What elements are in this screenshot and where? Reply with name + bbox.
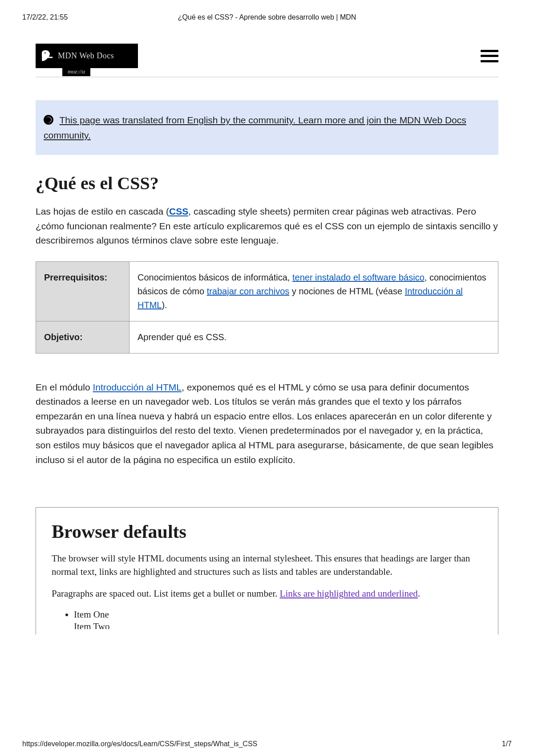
objective-value: Aprender qué es CSS. <box>129 321 498 353</box>
table-row: Prerrequisitos: Conocimientos básicos de… <box>36 261 498 321</box>
list-item: Item One <box>74 609 482 620</box>
example-p2: Paragraphs are spaced out. List items ge… <box>52 587 482 600</box>
prereq-value: Conocimientos básicos de informática, te… <box>129 261 498 321</box>
link-intro-html-2[interactable]: Introducción al HTML <box>93 382 182 392</box>
link-install-software[interactable]: tener instalado el software básico <box>292 272 425 282</box>
menu-icon[interactable] <box>481 50 498 62</box>
logo-text: MDN Web Docs <box>58 51 114 61</box>
browser-defaults-example: Browser defaults The browser will style … <box>36 507 498 634</box>
link-work-with-files[interactable]: trabajar con archivos <box>207 286 290 296</box>
list-item: Item Two <box>74 621 482 629</box>
example-p1: The browser will style HTML documents us… <box>52 552 482 578</box>
print-url: https://developer.mozilla.org/es/docs/Le… <box>22 740 257 748</box>
example-list: Item One Item Two <box>74 609 482 629</box>
print-datetime: 17/2/22, 21:55 <box>22 13 111 21</box>
intro-paragraph: Las hojas de estilo en cascada (CSS, cas… <box>36 204 498 248</box>
print-title: ¿Qué es el CSS? - Aprende sobre desarrol… <box>111 13 423 21</box>
prereq-label: Prerrequisitos: <box>36 261 129 321</box>
print-footer: https://developer.mozilla.org/es/docs/Le… <box>22 740 512 748</box>
print-header: 17/2/22, 21:55 ¿Qué es el CSS? - Aprende… <box>0 0 534 26</box>
table-row: Objetivo: Aprender qué es CSS. <box>36 321 498 353</box>
globe-icon <box>44 115 53 125</box>
translation-banner-link[interactable]: This page was translated from English by… <box>44 115 466 140</box>
prerequisites-table: Prerrequisitos: Conocimientos básicos de… <box>36 261 498 354</box>
topbar: MDN Web Docs moz://a <box>36 44 498 78</box>
translation-banner: This page was translated from English by… <box>36 100 498 155</box>
logo-subtext: moz://a <box>62 67 90 76</box>
body-paragraph: En el módulo Introducción al HTML, expon… <box>36 380 498 467</box>
mdn-logo[interactable]: MDN Web Docs moz://a <box>36 44 138 68</box>
example-heading: Browser defaults <box>52 521 482 542</box>
print-page-number: 1/7 <box>502 740 512 748</box>
dino-icon <box>40 49 55 64</box>
objective-label: Objetivo: <box>36 321 129 353</box>
page-title: ¿Qué es el CSS? <box>36 173 498 194</box>
example-link[interactable]: Links are highlighted and underlined <box>280 588 418 599</box>
css-glossary-link[interactable]: CSS <box>169 206 188 216</box>
